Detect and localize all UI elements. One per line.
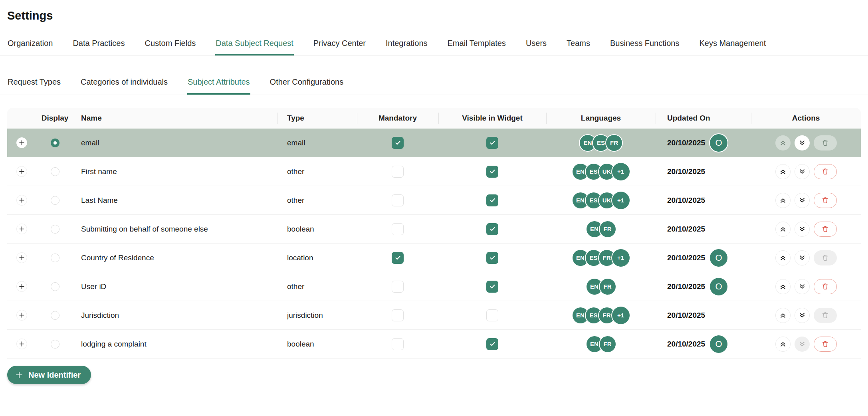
expand-row-button[interactable]	[16, 195, 27, 206]
move-up-button[interactable]	[775, 164, 791, 179]
column-expand	[7, 108, 36, 129]
more-languages-badge: +1	[612, 192, 630, 209]
display-radio[interactable]	[51, 225, 59, 234]
tab-integrations[interactable]: Integrations	[385, 38, 428, 55]
chevron-double-up-icon	[779, 254, 787, 262]
display-radio[interactable]	[51, 282, 59, 291]
mandatory-checkbox[interactable]	[392, 309, 404, 321]
column-visible-in-widget: Visible in Widget	[438, 108, 546, 129]
expand-row-button[interactable]	[16, 281, 27, 292]
mandatory-checkbox[interactable]	[392, 338, 404, 350]
delete-button[interactable]	[814, 250, 837, 265]
delete-button[interactable]	[814, 308, 837, 323]
move-down-button[interactable]	[795, 250, 810, 265]
column-mandatory: Mandatory	[357, 108, 438, 129]
move-up-button[interactable]	[775, 337, 791, 352]
move-down-button[interactable]	[795, 164, 810, 179]
move-up-button[interactable]	[775, 308, 791, 323]
chevron-double-up-icon	[779, 340, 787, 349]
delete-button[interactable]	[814, 164, 837, 179]
check-icon	[489, 254, 496, 261]
visible-in-widget-checkbox[interactable]	[486, 194, 498, 206]
table-row: Last Name other ENESUK+1 20/10/2025	[7, 186, 861, 215]
tab-organization[interactable]: Organization	[7, 38, 53, 55]
move-up-button[interactable]	[775, 135, 791, 151]
subtab-other-configurations[interactable]: Other Configurations	[270, 77, 344, 95]
updated-on-date: 20/10/2025	[667, 196, 705, 205]
mandatory-checkbox[interactable]	[392, 252, 404, 264]
move-down-button[interactable]	[795, 222, 810, 237]
tab-custom-fields[interactable]: Custom Fields	[144, 38, 196, 55]
expand-row-button[interactable]	[16, 137, 27, 148]
tab-privacy-center[interactable]: Privacy Center	[313, 38, 366, 55]
chevron-double-up-icon	[779, 282, 787, 291]
attribute-name: User iD	[74, 272, 277, 301]
move-down-button[interactable]	[795, 308, 810, 323]
tab-teams[interactable]: Teams	[566, 38, 591, 55]
expand-row-button[interactable]	[16, 252, 27, 263]
tab-business-functions[interactable]: Business Functions	[610, 38, 680, 55]
mandatory-checkbox[interactable]	[392, 137, 404, 149]
move-up-button[interactable]	[775, 193, 791, 208]
mandatory-checkbox[interactable]	[392, 194, 404, 206]
visible-in-widget-checkbox[interactable]	[486, 281, 498, 293]
page-title: Settings	[7, 8, 868, 23]
display-radio[interactable]	[51, 139, 59, 147]
move-down-button[interactable]	[795, 193, 810, 208]
display-radio[interactable]	[51, 311, 59, 320]
tab-data-practices[interactable]: Data Practices	[72, 38, 125, 55]
tab-keys-management[interactable]: Keys Management	[699, 38, 766, 55]
subtab-subject-attributes[interactable]: Subject Attributes	[187, 77, 250, 95]
delete-button[interactable]	[814, 135, 837, 151]
column-display: Display	[36, 108, 74, 129]
attribute-type: jurisdiction	[277, 301, 357, 329]
move-down-button[interactable]	[795, 135, 810, 151]
tab-email-templates[interactable]: Email Templates	[447, 38, 506, 55]
language-badge: FR	[600, 221, 616, 237]
delete-button[interactable]	[814, 337, 837, 352]
move-up-button[interactable]	[775, 279, 791, 294]
visible-in-widget-checkbox[interactable]	[486, 338, 498, 350]
move-up-button[interactable]	[775, 222, 791, 237]
updated-on-date: 20/10/2025	[667, 225, 705, 234]
language-badges: ENESUK+1	[573, 163, 630, 180]
expand-row-button[interactable]	[16, 224, 27, 234]
visible-in-widget-checkbox[interactable]	[486, 223, 498, 235]
display-radio[interactable]	[51, 196, 59, 205]
attribute-type: boolean	[277, 330, 357, 358]
delete-button[interactable]	[814, 279, 837, 294]
mandatory-checkbox[interactable]	[392, 281, 404, 293]
move-down-button[interactable]	[795, 337, 810, 352]
subtab-request-types[interactable]: Request Types	[7, 77, 61, 95]
visible-in-widget-checkbox[interactable]	[486, 252, 498, 264]
expand-row-button[interactable]	[16, 166, 27, 177]
visible-in-widget-checkbox[interactable]	[486, 166, 498, 178]
language-badges: ENESFR	[580, 135, 622, 151]
tab-users[interactable]: Users	[525, 38, 547, 55]
display-radio[interactable]	[51, 254, 59, 262]
table-body: email email ENESFR 20/10/2025 O	[7, 129, 861, 359]
visible-in-widget-checkbox[interactable]	[486, 309, 498, 321]
display-radio[interactable]	[51, 340, 59, 349]
delete-button[interactable]	[814, 222, 837, 237]
table-row: Country of Residence location ENESFR+1 2…	[7, 244, 861, 272]
delete-button[interactable]	[814, 193, 837, 208]
mandatory-checkbox[interactable]	[392, 223, 404, 235]
check-icon	[394, 254, 401, 261]
updated-on-cell: 20/10/2025 O	[656, 272, 751, 301]
expand-row-button[interactable]	[16, 310, 27, 321]
move-down-button[interactable]	[795, 279, 810, 294]
plus-icon	[19, 255, 25, 261]
subtab-categories-of-individuals[interactable]: Categories of individuals	[80, 77, 168, 95]
language-badges: ENESFR+1	[573, 249, 630, 267]
attribute-type: other	[277, 272, 357, 301]
expand-row-button[interactable]	[16, 339, 27, 349]
check-icon	[489, 139, 496, 146]
display-radio[interactable]	[51, 167, 59, 176]
move-up-button[interactable]	[775, 250, 791, 265]
visible-in-widget-checkbox[interactable]	[486, 137, 498, 149]
table-row: Submitting on behalf of someone else boo…	[7, 215, 861, 244]
new-identifier-button[interactable]: New Identifier	[7, 366, 91, 384]
tab-data-subject-request[interactable]: Data Subject Request	[215, 38, 294, 55]
mandatory-checkbox[interactable]	[392, 166, 404, 178]
